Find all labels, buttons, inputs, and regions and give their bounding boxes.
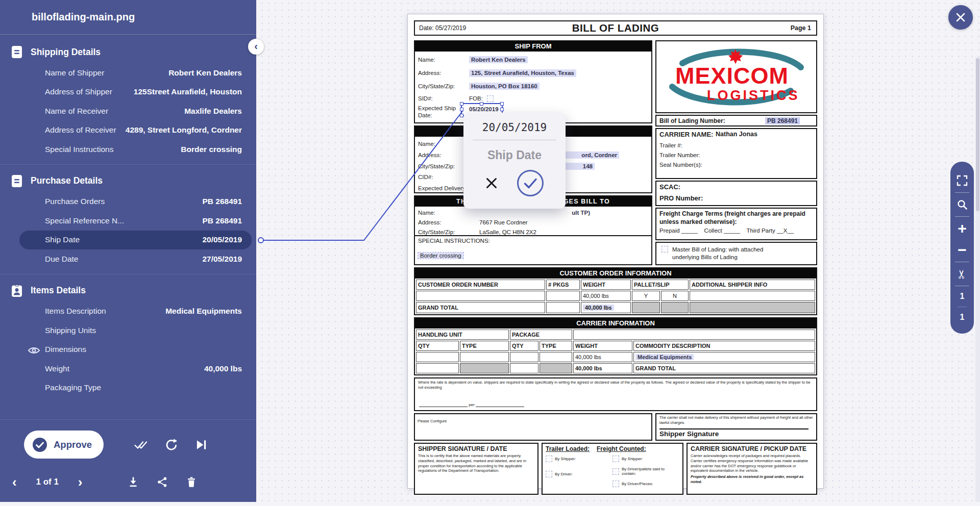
- field-purchase-orders[interactable]: Purchase Orders PB 268491: [0, 192, 256, 212]
- tp-name-value[interactable]: ult TP): [506, 209, 590, 216]
- approve-all-button[interactable]: [134, 438, 149, 451]
- ship-to-name-label: Name:: [418, 140, 469, 147]
- freight-terms-text: Freight Charge Terms (freight charges ar…: [659, 210, 813, 226]
- field-special-instructions[interactable]: Special Instructions Border crossing: [0, 140, 256, 159]
- selection-handle-ne[interactable]: [500, 102, 504, 106]
- download-button[interactable]: [127, 476, 139, 488]
- selection-handle-sw[interactable]: [460, 114, 463, 117]
- seal-number-label: Seal Number(s):: [659, 161, 702, 168]
- page-badge-1[interactable]: 1: [950, 287, 974, 306]
- section-items-details[interactable]: Items Details: [0, 280, 256, 302]
- field-address-of-shipper[interactable]: Address of Shipper 125Street Aurafield, …: [0, 83, 256, 102]
- ci-cell-weight[interactable]: 40,000 lbs: [573, 352, 632, 362]
- skip-to-next-button[interactable]: [194, 438, 208, 451]
- by-driver-pallets-label: By Driver/pallets said to contain:: [622, 467, 679, 476]
- zoom-out-button[interactable]: −: [950, 239, 974, 261]
- next-page-button[interactable]: ›: [78, 475, 83, 489]
- coi-cell-weight[interactable]: 40,000 lbs: [581, 291, 631, 301]
- coi-cell-pallet-n[interactable]: N: [661, 291, 689, 301]
- ci-h-qty2: QTY: [510, 341, 538, 351]
- tp-csz-value[interactable]: LaSalle, QC H8N 2X2: [479, 229, 536, 236]
- shipper-signature-label: Shipper Signature: [659, 430, 813, 438]
- tp-name-label: Name:: [418, 209, 479, 216]
- by-shipper-checkbox-2[interactable]: [612, 456, 619, 462]
- ci-h-qty1: QTY: [416, 341, 459, 351]
- field-name-of-shipper[interactable]: Name of Shipper Robert Ken Dealers: [0, 63, 256, 83]
- sidebar-collapse-button[interactable]: ‹: [248, 39, 264, 55]
- ci-cell-type1[interactable]: [460, 352, 509, 362]
- trash-icon: [185, 476, 198, 488]
- popup-confirm-button[interactable]: [517, 169, 544, 197]
- selection-handle-w[interactable]: [460, 108, 463, 111]
- zoom-in-button[interactable]: +: [950, 218, 974, 239]
- doc-title: BILL OF LADING: [415, 22, 816, 34]
- sig1-text: This is to certify that the above named …: [418, 453, 534, 473]
- scac-label: SCAC:: [659, 183, 813, 194]
- bol-number-label: Bill of Lading Number:: [659, 117, 725, 124]
- sig3-title: CARRIER SIGNATURE / PICKUP DATE: [691, 445, 813, 452]
- ship-from-address-value[interactable]: 125, Street Aurafield, Houston, Texas: [469, 69, 576, 77]
- prev-page-button[interactable]: ‹: [12, 475, 17, 489]
- section-shipping-details[interactable]: Shipping Details: [0, 41, 256, 63]
- selection-handle-e[interactable]: [500, 108, 504, 111]
- trailer-loaded-label: Trailer Loaded:: [546, 445, 590, 452]
- selection-handle-n[interactable]: [480, 102, 483, 106]
- freight-counted-label: Freight Counted:: [597, 445, 646, 452]
- field-special-reference[interactable]: Special Reference N... PB 268491: [0, 211, 256, 231]
- bol-number-value[interactable]: PB 268491: [765, 117, 800, 124]
- popup-reject-button[interactable]: [485, 176, 498, 190]
- carrier-name-value[interactable]: Nathan Jonas: [716, 131, 757, 139]
- field-weight[interactable]: Weight 40,000 lbs: [0, 359, 256, 378]
- file-title: billoflading-main.png: [0, 0, 256, 35]
- by-driver-checkbox[interactable]: [546, 471, 552, 477]
- ship-from-csz-value[interactable]: Houston, PO Box 18160: [469, 83, 540, 90]
- close-viewer-button[interactable]: [948, 5, 973, 30]
- field-dimensions[interactable]: Dimensions: [0, 340, 256, 360]
- approve-button[interactable]: Approve: [24, 431, 104, 459]
- delete-button[interactable]: [185, 476, 198, 488]
- viewer-toolbar: + − ✂ 1 1: [950, 162, 974, 334]
- coi-cell-additional[interactable]: [690, 291, 815, 301]
- field-items-description[interactable]: Items Description Medical Equipments: [0, 302, 256, 321]
- eye-icon: [28, 346, 40, 357]
- field-address-of-receiver[interactable]: Address of Receiver 4289, Street Longfor…: [0, 121, 256, 140]
- field-packaging-type[interactable]: Packaging Type: [0, 378, 256, 398]
- field-shipping-units[interactable]: Shipping Units: [0, 321, 256, 340]
- tp-address-value[interactable]: 7667 Rue Cordner: [479, 219, 528, 226]
- carrier-info-bar: CARRIER INFORMATION: [415, 318, 816, 328]
- coi-header-order-number: CUSTOMER ORDER NUMBER: [416, 280, 545, 290]
- by-driver-pieces-checkbox[interactable]: [612, 480, 619, 487]
- special-instructions-value[interactable]: Border crossing: [418, 252, 463, 259]
- ci-h-commodity: COMMODITY DESCRIPTION: [633, 341, 815, 351]
- by-driver-pallets-checkbox[interactable]: [612, 468, 619, 475]
- field-ship-date[interactable]: Ship Date 20/05/2019: [19, 231, 252, 250]
- coi-cell-order-number[interactable]: [416, 291, 545, 301]
- field-due-date[interactable]: Due Date 27/05/2019: [0, 249, 256, 269]
- ship-from-name-value[interactable]: Robert Ken Dealers: [469, 56, 528, 63]
- selection-handle-nw[interactable]: [460, 102, 463, 106]
- section-purchase-details[interactable]: Purchase Details: [0, 170, 256, 192]
- search-zoom-button[interactable]: [950, 194, 974, 215]
- crop-button[interactable]: ✂: [950, 263, 974, 285]
- ci-cell-qty2[interactable]: [510, 352, 538, 362]
- refresh-button[interactable]: [165, 438, 178, 451]
- coi-gt-weight[interactable]: 40,000 lbs: [581, 302, 631, 313]
- coi-cell-pkgs[interactable]: [546, 291, 580, 301]
- customer-order-bar: CUSTOMER ORDER INFORMATION: [415, 268, 816, 279]
- coi-cell-pallet-y[interactable]: Y: [632, 291, 660, 301]
- ci-cell-commodity[interactable]: Medical Equipments: [633, 352, 815, 362]
- ci-cell-type2[interactable]: [540, 352, 572, 362]
- share-button[interactable]: [156, 476, 168, 488]
- check-circle-icon: [517, 169, 544, 197]
- page-badge-2[interactable]: 1: [950, 308, 974, 326]
- by-shipper-checkbox-1[interactable]: [546, 456, 552, 462]
- ci-cell-qty1[interactable]: [416, 352, 459, 362]
- field-name-of-receiver[interactable]: Name of Receiver Maxlife Dealers: [0, 102, 256, 121]
- fob-checkbox[interactable]: [487, 95, 494, 102]
- coi-gt-pallet-n: [661, 302, 689, 313]
- scrollbar-thumb[interactable]: [976, 58, 979, 211]
- master-bol-checkbox[interactable]: [662, 246, 668, 252]
- fullscreen-button[interactable]: [950, 170, 974, 191]
- please-configure-box: Please Configure: [414, 413, 652, 441]
- trailer-loaded-box: Trailer Loaded: Freight Counted: By Ship…: [542, 443, 683, 495]
